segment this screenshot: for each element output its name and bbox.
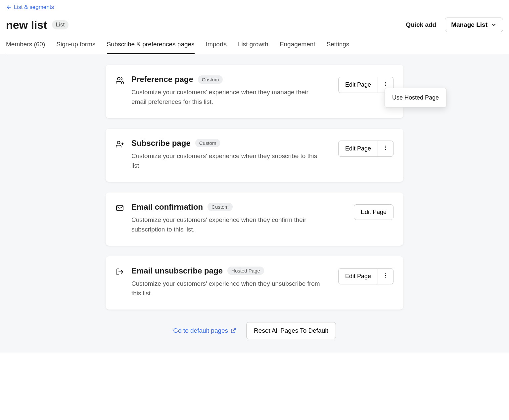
card-title: Subscribe page <box>131 139 191 148</box>
tab-subscribe-preferences-pages[interactable]: Subscribe & preferences pages <box>107 41 195 54</box>
svg-point-13 <box>385 273 386 274</box>
svg-point-15 <box>385 277 386 278</box>
card-actions: Edit Page <box>338 268 393 284</box>
dots-vertical-icon <box>383 145 389 152</box>
svg-point-2 <box>385 82 386 83</box>
svg-point-9 <box>385 147 386 148</box>
card-description: Customize your customers' experience whe… <box>131 215 323 234</box>
card-email-unsubscribe-page: Email unsubscribe pageHosted PageCustomi… <box>106 256 403 310</box>
card-preference-page: Preference pageCustomCustomize your cust… <box>106 65 403 118</box>
edit-page-button[interactable]: Edit Page <box>354 204 393 220</box>
svg-point-10 <box>385 149 386 150</box>
card-body: Subscribe pageCustomCustomize your custo… <box>131 139 331 171</box>
card-tag: Custom <box>208 203 233 211</box>
card-description: Customize your customers' experience whe… <box>131 279 323 298</box>
card-tag: Custom <box>198 75 223 84</box>
go-to-default-pages-link[interactable]: Go to default pages <box>173 327 236 334</box>
tab-engagement[interactable]: Engagement <box>280 41 315 54</box>
card-more-button[interactable] <box>378 141 393 157</box>
external-link-icon <box>231 328 236 333</box>
svg-point-14 <box>385 275 386 276</box>
edit-page-button[interactable]: Edit Page <box>338 268 378 284</box>
dots-vertical-icon <box>383 273 389 280</box>
card-actions: Edit Page <box>338 141 393 157</box>
tabs: Members (60)Sign-up formsSubscribe & pre… <box>6 41 503 54</box>
card-body: Preference pageCustomCustomize your cust… <box>131 75 331 107</box>
menu-item-use-hosted-page[interactable]: Use Hosted Page <box>392 94 439 101</box>
reset-all-button[interactable]: Reset All Pages To Default <box>246 322 336 339</box>
page-title: new list <box>6 19 47 31</box>
people-icon <box>116 76 124 85</box>
card-more-menu: Use Hosted Page <box>385 88 446 107</box>
arrow-left-icon <box>6 4 12 10</box>
svg-point-1 <box>117 77 120 80</box>
breadcrumb-label: List & segments <box>14 4 54 11</box>
card-description: Customize your customers' experience whe… <box>131 151 323 171</box>
manage-list-label: Manage List <box>451 21 487 28</box>
tab-imports[interactable]: Imports <box>206 41 227 54</box>
card-actions: Edit Page <box>354 204 393 220</box>
tab-settings[interactable]: Settings <box>327 41 349 54</box>
card-subscribe-page: Subscribe pageCustomCustomize your custo… <box>106 129 403 182</box>
card-description: Customize your customers' experience whe… <box>131 87 323 107</box>
card-body: Email unsubscribe pageHosted PageCustomi… <box>131 266 331 298</box>
card-more-button[interactable] <box>378 268 393 284</box>
edit-page-button[interactable]: Edit Page <box>338 141 378 157</box>
default-pages-label: Go to default pages <box>173 327 228 334</box>
exit-icon <box>116 268 124 276</box>
tab-sign-up-forms[interactable]: Sign-up forms <box>56 41 95 54</box>
list-badge: List <box>52 20 69 29</box>
svg-point-5 <box>117 141 120 144</box>
envelope-icon <box>116 204 124 212</box>
dots-vertical-icon <box>383 81 389 89</box>
tab-members-60[interactable]: Members (60) <box>6 41 45 54</box>
card-email-confirmation: Email confirmationCustomCustomize your c… <box>106 192 403 246</box>
card-title: Email confirmation <box>131 202 203 212</box>
card-title: Email unsubscribe page <box>131 266 223 275</box>
svg-point-8 <box>385 146 386 147</box>
svg-point-3 <box>385 84 386 85</box>
card-title: Preference page <box>131 75 193 84</box>
svg-line-16 <box>233 328 236 331</box>
card-tag: Hosted Page <box>227 267 264 275</box>
breadcrumb[interactable]: List & segments <box>6 4 54 11</box>
tab-list-growth[interactable]: List growth <box>238 41 268 54</box>
person-plus-icon <box>116 140 124 148</box>
quick-add-button[interactable]: Quick add <box>406 21 436 28</box>
edit-page-button[interactable]: Edit Page <box>338 77 378 93</box>
svg-point-4 <box>385 85 386 86</box>
card-tag: Custom <box>195 139 220 147</box>
card-body: Email confirmationCustomCustomize your c… <box>131 202 347 234</box>
chevron-down-icon <box>491 22 497 28</box>
manage-list-button[interactable]: Manage List <box>445 18 503 32</box>
